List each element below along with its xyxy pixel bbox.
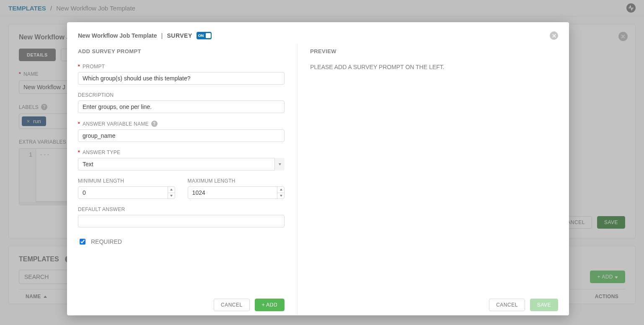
min-length-input[interactable] [78, 186, 175, 199]
max-length-stepper[interactable] [277, 186, 284, 199]
min-length-label: MINIMUM LENGTH [78, 178, 175, 184]
required-label: REQUIRED [91, 238, 122, 245]
preview-save-button: SAVE [530, 299, 558, 311]
default-answer-label: DEFAULT ANSWER [78, 206, 284, 212]
add-survey-modal: New Workflow Job Template | SURVEY ON AD… [67, 22, 569, 315]
default-answer-input[interactable] [78, 215, 284, 227]
prompt-label: *PROMPT [78, 64, 284, 70]
survey-cancel-button[interactable]: CANCEL [214, 299, 250, 311]
description-input[interactable] [78, 101, 284, 113]
max-length-label: MAXIMUM LENGTH [188, 178, 285, 184]
chevron-down-icon [279, 163, 281, 165]
max-length-input[interactable] [188, 186, 285, 199]
answer-type-select[interactable] [78, 158, 284, 170]
preview-empty-text: PLEASE ADD A SURVEY PROMPT ON THE LEFT. [310, 64, 558, 70]
preview-cancel-button[interactable]: CANCEL [489, 299, 525, 311]
modal-survey-label: SURVEY [167, 32, 192, 39]
survey-add-button[interactable]: + ADD [255, 299, 285, 311]
stepper-up-icon[interactable] [168, 186, 175, 193]
modal-title-separator: | [161, 32, 163, 39]
modal-title: New Workflow Job Template [78, 32, 157, 39]
answer-variable-name-input[interactable] [78, 129, 284, 142]
required-checkbox[interactable] [80, 239, 85, 245]
stepper-down-icon[interactable] [168, 193, 175, 199]
stepper-up-icon[interactable] [277, 186, 284, 193]
toggle-label: ON [198, 34, 204, 38]
add-survey-prompt-heading: ADD SURVEY PROMPT [78, 48, 284, 54]
stepper-down-icon[interactable] [277, 193, 284, 199]
prompt-input[interactable] [78, 72, 284, 85]
min-length-stepper[interactable] [168, 186, 175, 199]
description-label: DESCRIPTION [78, 92, 284, 98]
modal-close-button[interactable] [550, 31, 558, 40]
help-icon[interactable]: ? [151, 121, 158, 127]
toggle-knob [206, 33, 211, 38]
preview-heading: PREVIEW [310, 48, 558, 54]
answer-variable-name-label: *ANSWER VARIABLE NAME ? [78, 121, 284, 127]
answer-type-label: *ANSWER TYPE [78, 150, 284, 155]
answer-type-dropdown-button[interactable] [274, 158, 284, 170]
survey-toggle[interactable]: ON [197, 32, 212, 39]
